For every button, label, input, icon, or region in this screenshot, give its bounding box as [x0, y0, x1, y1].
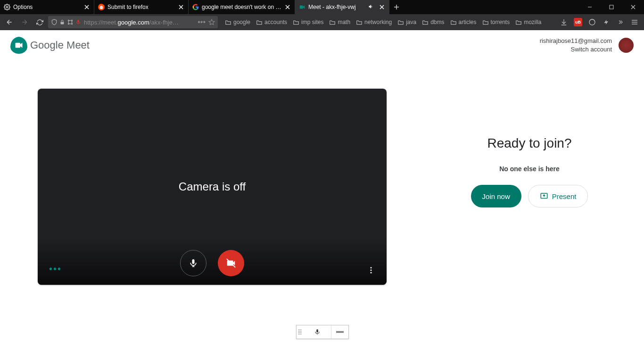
meet-logo[interactable]: Google Meet	[10, 37, 90, 54]
tab-google-search[interactable]: google meet doesn't work on f…	[189, 0, 295, 14]
tab-label: Submit to firefox	[107, 4, 175, 10]
forward-button[interactable]	[18, 16, 31, 29]
svg-point-4	[102, 7, 102, 7]
bookmark-folder[interactable]: articles	[448, 18, 479, 26]
more-options-left[interactable]: •••	[49, 264, 62, 274]
svg-point-8	[68, 20, 69, 21]
permissions-icon[interactable]	[67, 19, 74, 25]
tab-meet[interactable]: Meet - akx-fhje-vwj	[295, 0, 389, 14]
camera-toggle-button[interactable]	[218, 250, 244, 276]
tab-reddit[interactable]: Submit to firefox	[94, 0, 189, 14]
svg-point-10	[68, 23, 69, 24]
tab-label: Meet - akx-fhje-vwj	[308, 4, 365, 10]
mic-icon[interactable]	[303, 325, 331, 339]
tab-options[interactable]: Options	[0, 0, 94, 14]
svg-point-16	[371, 267, 372, 268]
extension-icon[interactable]	[586, 16, 599, 29]
bookmarks-bar: google accounts imp sites math networkin…	[223, 18, 555, 26]
close-icon[interactable]	[284, 4, 291, 10]
meet-body: Camera is off ••• Ready to join? No one …	[0, 60, 644, 285]
google-icon	[192, 4, 199, 10]
camera-off-text: Camera is off	[179, 180, 246, 193]
browser-tabstrip: Options Submit to firefox google meet do…	[0, 0, 644, 14]
tab-label: Options	[13, 4, 81, 10]
lock-icon[interactable]	[59, 19, 65, 25]
ready-heading: Ready to join?	[487, 136, 571, 151]
close-icon[interactable]	[178, 4, 184, 10]
avatar[interactable]	[619, 38, 634, 53]
tab-label: google meet doesn't work on f…	[202, 4, 281, 10]
meet-icon	[299, 4, 305, 10]
gear-icon	[4, 4, 10, 10]
audio-icon[interactable]	[368, 4, 375, 10]
close-icon[interactable]	[83, 4, 90, 10]
svg-point-11	[71, 23, 72, 24]
page-actions-icon[interactable]: •••	[198, 18, 206, 26]
svg-rect-14	[16, 43, 21, 48]
mic-toggle-button[interactable]	[180, 250, 206, 276]
grip-icon	[297, 330, 303, 334]
switch-account-link[interactable]: Switch account	[540, 45, 612, 54]
bookmark-folder[interactable]: torrents	[480, 18, 512, 26]
browser-toolbar: https://meet.google.com/akx-fhje… ••• go…	[0, 14, 644, 30]
svg-point-18	[371, 272, 372, 273]
bookmark-folder[interactable]: math	[327, 18, 353, 26]
join-now-button[interactable]: Join now	[471, 185, 521, 207]
meet-logo-icon	[10, 37, 27, 54]
mic-blocked-icon[interactable]	[75, 19, 81, 25]
shield-icon[interactable]	[51, 19, 58, 25]
reload-button[interactable]	[33, 16, 46, 29]
video-preview: Camera is off •••	[38, 89, 387, 285]
svg-point-3	[100, 7, 101, 7]
svg-rect-5	[300, 6, 303, 9]
mic-overlay-widget[interactable]	[296, 325, 349, 339]
svg-rect-7	[61, 22, 64, 25]
participants-text: No one else is here	[499, 165, 560, 173]
url-text: https://meet.google.com/akx-fhje…	[84, 19, 195, 26]
bookmark-folder[interactable]: dbms	[420, 18, 446, 26]
svg-marker-12	[209, 19, 215, 25]
present-button[interactable]: Present	[528, 185, 588, 207]
join-panel: Ready to join? No one else is here Join …	[415, 89, 644, 207]
more-options-right[interactable]	[367, 266, 375, 274]
account-email: rishirajbose11@gmail.com	[540, 37, 612, 45]
level-bar	[331, 331, 348, 333]
bookmark-folder[interactable]: accounts	[254, 18, 289, 26]
window-controls	[579, 0, 644, 14]
svg-point-0	[6, 6, 8, 8]
svg-rect-6	[610, 5, 613, 9]
svg-point-2	[100, 6, 103, 9]
meet-header: Google Meet rishirajbose11@gmail.com Swi…	[0, 30, 644, 60]
bookmark-folder[interactable]: mozilla	[513, 18, 544, 26]
menu-icon[interactable]	[628, 16, 641, 29]
bookmark-star-icon[interactable]	[208, 19, 215, 25]
account-info: rishirajbose11@gmail.com Switch account	[540, 37, 612, 54]
extension2-icon[interactable]	[600, 16, 613, 29]
url-bar[interactable]: https://meet.google.com/akx-fhje… •••	[48, 16, 218, 28]
close-icon[interactable]	[379, 4, 385, 10]
back-button[interactable]	[3, 16, 16, 29]
bookmark-folder[interactable]: imp sites	[290, 18, 326, 26]
meet-logo-text: Google Meet	[30, 39, 90, 51]
downloads-icon[interactable]	[557, 16, 570, 29]
svg-point-9	[71, 20, 72, 21]
bookmark-folder[interactable]: java	[395, 18, 419, 26]
page-content: Google Meet rishirajbose11@gmail.com Swi…	[0, 30, 644, 348]
svg-point-17	[371, 270, 372, 271]
overflow-icon[interactable]	[614, 16, 627, 29]
bookmark-folder[interactable]: networking	[354, 18, 394, 26]
bookmark-folder[interactable]: google	[223, 18, 253, 26]
reddit-icon	[98, 4, 105, 10]
present-icon	[540, 192, 548, 200]
close-window-button[interactable]	[622, 0, 644, 14]
maximize-button[interactable]	[601, 0, 622, 14]
minimize-button[interactable]	[579, 0, 601, 14]
ublock-icon[interactable]: uB	[571, 16, 585, 29]
new-tab-button[interactable]	[389, 0, 404, 14]
